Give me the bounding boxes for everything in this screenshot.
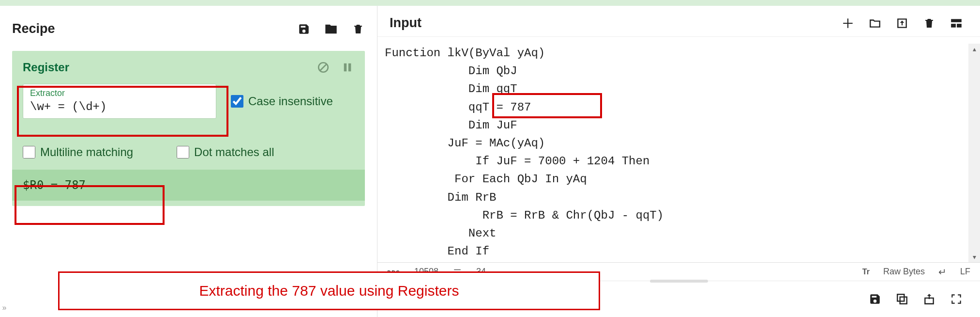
scroll-down-icon[interactable]: ▾ [973,252,976,262]
top-accent-bar [0,0,980,6]
add-tab-icon[interactable] [841,16,855,30]
folder-icon[interactable] [324,22,338,36]
svg-line-1 [320,64,327,71]
raw-bytes-label[interactable]: Raw Bytes [883,267,925,277]
recipe-toolbar [297,22,365,36]
case-insensitive-label: Case insensitive [248,95,333,108]
register-operation: Register Extractor \w+ = (\d+) [12,51,365,206]
case-insensitive-input[interactable] [231,95,243,108]
input-toolbar [841,16,963,30]
dot-all-checkbox[interactable]: Dot matches all [177,145,274,159]
save-output-icon[interactable] [868,292,882,306]
dot-all-label: Dot matches all [194,145,274,159]
multiline-checkbox[interactable]: Multiline matching [23,145,133,159]
svg-rect-7 [900,297,907,304]
scrollbar[interactable]: ▴ ▾ [968,44,980,262]
left-gutter: » [0,6,9,317]
copy-output-icon[interactable] [895,292,909,306]
multiline-label: Multiline matching [40,145,133,159]
eol-label[interactable]: LF [960,267,970,277]
dot-all-input[interactable] [177,146,189,158]
clear-input-icon[interactable] [922,16,936,30]
input-header: Input [377,6,980,37]
extractor-value: \w+ = (\d+) [30,100,209,113]
extractor-label: Extractor [30,88,209,98]
register-result-text: $R0 = 787 [23,178,86,192]
input-code[interactable]: Function lkV(ByVal yAq) Dim QbJ Dim qqT … [377,37,980,262]
layout-icon[interactable] [950,16,963,30]
pause-icon[interactable] [341,61,354,74]
trash-icon[interactable] [351,22,365,36]
fullscreen-icon[interactable] [950,292,963,306]
svg-rect-4 [951,19,962,22]
disable-icon[interactable] [317,61,330,74]
drag-handle[interactable] [650,280,708,283]
svg-rect-8 [897,294,904,301]
eol-icon[interactable]: ↵ [938,266,947,278]
input-title: Input [390,16,422,31]
scroll-up-icon[interactable]: ▴ [973,44,976,54]
open-file-icon[interactable] [895,16,909,30]
gutter-chevron-icon[interactable]: » [2,303,7,312]
svg-rect-6 [957,24,962,28]
recipe-pane: » Recipe Register [0,6,377,317]
extractor-input[interactable]: Extractor \w+ = (\d+) [23,84,216,119]
open-folder-icon[interactable] [868,16,882,30]
svg-rect-5 [951,24,956,28]
case-insensitive-checkbox[interactable]: Case insensitive [231,95,333,108]
svg-rect-3 [348,63,351,72]
multiline-input[interactable] [23,146,35,158]
svg-rect-2 [344,63,347,72]
register-result: $R0 = 787 [12,170,365,201]
recipe-header: Recipe [12,16,365,42]
main-layout: » Recipe Register [0,6,980,317]
operation-title: Register [23,61,69,74]
recipe-title: Recipe [12,21,55,36]
move-output-icon[interactable] [922,292,936,306]
input-pane: Input Function lkV(ByVal yAq) [377,6,980,317]
annotation-text: Extracting the 787 value using Registers [199,283,459,299]
save-icon[interactable] [297,22,311,36]
raw-bytes-icon[interactable]: Tr [862,268,870,276]
annotation-callout: Extracting the 787 value using Registers [58,271,600,310]
